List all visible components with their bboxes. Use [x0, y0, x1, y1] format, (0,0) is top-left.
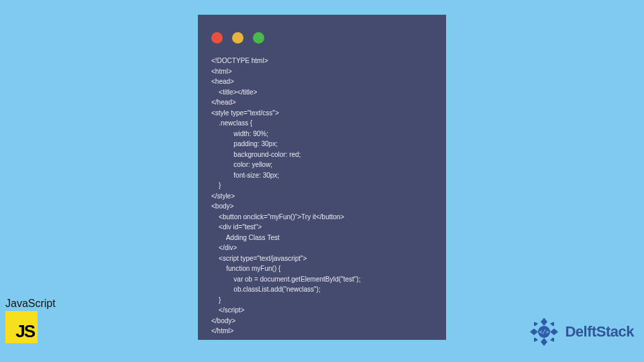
- delftstack-brand: </> DelftStack: [527, 315, 634, 349]
- svg-marker-3: [550, 328, 558, 335]
- minimize-icon: [232, 32, 244, 44]
- svg-marker-4: [534, 322, 538, 326]
- js-logo-text: JS: [15, 321, 34, 342]
- brand-name: DelftStack: [565, 323, 634, 341]
- svg-marker-7: [550, 338, 554, 342]
- code-window: <!DOCTYPE html> <html> <head> <title></t…: [198, 15, 446, 340]
- delftstack-logo-icon: </>: [527, 315, 561, 349]
- svg-marker-0: [541, 318, 547, 326]
- javascript-logo-icon: JS: [5, 311, 38, 343]
- maximize-icon: [253, 32, 264, 44]
- svg-marker-6: [534, 338, 538, 342]
- svg-marker-5: [550, 322, 554, 326]
- javascript-label: JavaScript: [5, 298, 56, 310]
- code-block: <!DOCTYPE html> <html> <head> <title></t…: [198, 52, 446, 337]
- close-icon: [211, 32, 223, 44]
- svg-marker-1: [541, 338, 547, 346]
- javascript-badge: JavaScript JS: [5, 298, 56, 343]
- svg-marker-2: [530, 328, 538, 335]
- svg-text:</>: </>: [539, 329, 549, 335]
- window-traffic-lights: [198, 25, 446, 52]
